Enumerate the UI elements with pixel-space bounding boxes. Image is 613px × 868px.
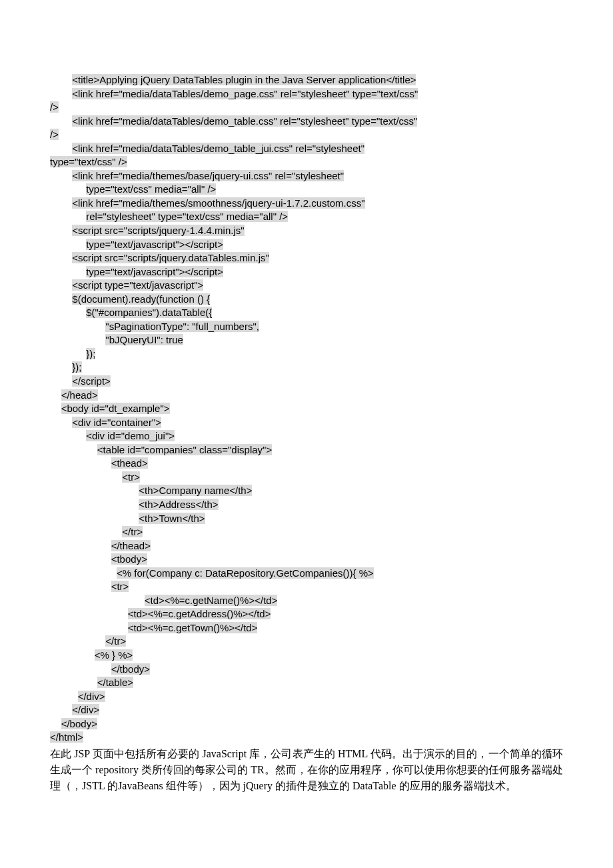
paragraph-text: 在此 JSP 页面中包括所有必要的 JavaScript 库，公司表产生的 HT… [50,746,563,794]
code-line: <link href="media/themes/base/jquery-ui.… [50,169,563,183]
code-text: <tbody> [111,553,147,565]
code-text: </script> [72,375,111,387]
code-text: type="text/css" media="all" /> [86,183,216,195]
code-line: <title>Applying jQuery DataTables plugin… [50,73,563,87]
code-line: <thead> [50,457,563,471]
code-text: </body> [61,718,97,729]
code-text: }); [72,361,81,373]
code-text: </tr> [122,526,143,537]
code-line: type="text/javascript"></script> [50,238,563,252]
code-text: $("#companies").dataTable({ [86,307,212,318]
code-text: <th>Address</th> [139,499,218,510]
code-text: </html> [50,731,83,743]
code-text: $(document).ready(function () { [72,293,210,305]
code-text: </table> [97,677,133,688]
code-text: rel="stylesheet" type="text/css" media="… [86,211,288,222]
code-text: <body id="dt_example"> [61,403,170,414]
code-text: <link href="media/dataTables/demo_page.c… [72,88,418,99]
code-text: <td><%=c.getTown()%></td> [128,622,258,633]
code-text: <th>Town</th> [139,513,205,524]
code-text: "bJQueryUI": true [105,334,183,345]
code-text: <td><%=c.getAddress()%></td> [128,608,271,619]
code-line: /> [50,101,563,115]
code-text: </tr> [105,635,126,647]
code-text: type="text/css" /> [50,156,127,167]
code-line: "bJQueryUI": true [50,333,563,347]
code-text: </div> [78,691,105,702]
code-line: </head> [50,389,563,403]
code-line: <th>Town</th> [50,512,563,526]
code-text: </tbody> [111,663,150,675]
code-line: <td><%=c.getAddress()%></td> [50,607,563,621]
code-line: <tr> [50,471,563,485]
code-line: rel="stylesheet" type="text/css" media="… [50,210,563,224]
code-text: <% } %> [95,649,133,661]
code-line: </tr> [50,635,563,649]
code-text: <link href="media/themes/smoothness/jque… [72,197,364,209]
code-line: <script type="text/javascript"> [50,279,563,293]
code-line: <script src="scripts/jquery.dataTables.m… [50,251,563,265]
code-line: </thead> [50,539,563,553]
code-line: }); [50,347,563,361]
code-line: <div id="demo_jui"> [50,429,563,443]
code-line: </div> [50,690,563,704]
code-line: <table id="companies" class="display"> [50,443,563,457]
code-line: <tr> [50,580,563,594]
code-line: "sPaginationType": "full_numbers", [50,320,563,334]
code-text: <td><%=c.getName()%></td> [145,595,278,606]
code-text: /> [50,129,59,140]
code-text: <% for(Company c: DataRepository.GetComp… [117,567,374,579]
code-text: </div> [72,704,99,715]
code-line: </tbody> [50,663,563,677]
code-text: type="text/javascript"></script> [86,266,223,277]
code-line: <link href="media/dataTables/demo_table.… [50,115,563,129]
code-line: /> [50,128,563,142]
code-text: </thead> [111,540,151,551]
code-text: <link href="media/themes/base/jquery-ui.… [72,170,344,181]
code-line: </table> [50,676,563,690]
code-line: <script src="scripts/jquery-1.4.4.min.js… [50,224,563,238]
code-text: /> [50,101,59,113]
code-line: <th>Company name</th> [50,484,563,498]
code-line: <body id="dt_example"> [50,402,563,416]
code-text: <link href="media/dataTables/demo_table_… [72,143,364,154]
code-text: "sPaginationType": "full_numbers", [105,321,259,332]
code-line: <% } %> [50,649,563,663]
code-text: type="text/javascript"></script> [86,239,223,250]
code-line: <link href="media/dataTables/demo_table_… [50,142,563,156]
code-line: </script> [50,375,563,389]
code-text: }); [86,348,95,359]
code-line: <link href="media/themes/smoothness/jque… [50,197,563,211]
code-text: <table id="companies" class="display"> [97,444,272,455]
code-text: <script type="text/javascript"> [72,279,203,291]
code-text: <th>Company name</th> [139,485,252,496]
code-line: </tr> [50,525,563,539]
code-line: </html> [50,731,563,745]
code-text: <div id="demo_jui"> [86,430,175,441]
code-line: <th>Address</th> [50,498,563,512]
code-text: <div id="container"> [72,417,161,428]
code-text: </head> [61,389,98,401]
code-line: type="text/javascript"></script> [50,265,563,279]
code-text: <script src="scripts/jquery.dataTables.m… [72,252,269,263]
code-line: type="text/css" /> [50,155,563,169]
code-block: <title>Applying jQuery DataTables plugin… [50,73,563,745]
code-text: <link href="media/dataTables/demo_table.… [72,115,417,127]
code-line: <tbody> [50,553,563,567]
code-line: <% for(Company c: DataRepository.GetComp… [50,567,563,581]
code-line: <div id="container"> [50,416,563,430]
code-text: <script src="scripts/jquery-1.4.4.min.js… [72,225,244,236]
code-text: <tr> [122,471,140,483]
code-text: <thead> [111,457,148,469]
code-text: <title>Applying jQuery DataTables plugin… [72,74,416,85]
code-text: <tr> [111,581,129,592]
code-line: type="text/css" media="all" /> [50,183,563,197]
code-line: <link href="media/dataTables/demo_page.c… [50,87,563,101]
code-line: <td><%=c.getTown()%></td> [50,621,563,635]
code-line: </body> [50,717,563,731]
code-line: <td><%=c.getName()%></td> [50,594,563,608]
code-line: }); [50,361,563,375]
code-line: $("#companies").dataTable({ [50,306,563,320]
code-line: $(document).ready(function () { [50,293,563,307]
code-line: </div> [50,703,563,717]
